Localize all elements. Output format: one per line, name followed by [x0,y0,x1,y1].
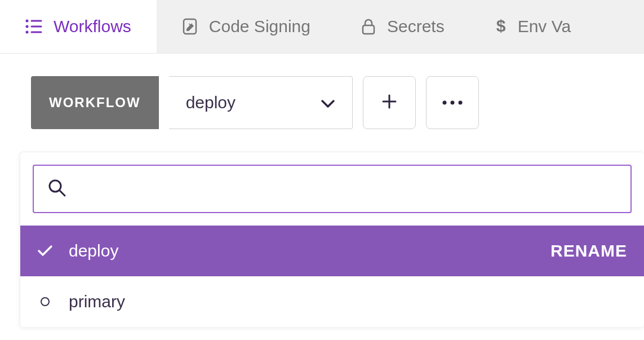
tab-code-signing[interactable]: Code Signing [157,0,336,53]
add-workflow-button[interactable] [363,76,416,129]
dollar-icon: $ [495,17,507,36]
svg-point-3 [26,20,28,21]
more-horizontal-icon [441,98,464,108]
workflow-toolbar: WORKFLOW deploy [0,54,644,140]
workflow-dropdown-panel: deploy RENAME primary [20,152,644,327]
tab-label: Env Va [518,17,571,36]
tab-label: Code Signing [209,17,310,36]
svg-rect-7 [363,25,374,34]
workflow-selected-value: deploy [186,93,236,112]
chevron-down-icon [321,93,335,112]
search-wrap [20,152,644,226]
svg-point-4 [26,26,28,27]
workflow-label: WORKFLOW [31,76,159,129]
tab-workflows[interactable]: Workflows [0,0,157,53]
search-icon [47,178,66,200]
rename-action[interactable]: RENAME [550,241,627,260]
document-icon [182,18,198,35]
tabs-bar: Workflows Code Signing Secrets $ Env Va [0,0,644,54]
more-actions-button[interactable] [426,76,479,129]
tab-label: Workflows [54,17,131,36]
svg-line-15 [60,191,65,196]
svg-point-11 [442,101,446,105]
unselected-marker [37,297,53,306]
workflow-option-primary[interactable]: primary [20,276,644,327]
search-box[interactable] [33,165,632,213]
tab-label: Secrets [387,17,445,36]
search-input[interactable] [75,180,617,198]
list-icon [25,19,42,34]
check-icon [37,245,53,257]
workflow-option-label: primary [69,292,627,311]
svg-point-13 [458,101,462,105]
plus-icon [381,93,398,112]
workflow-option-deploy[interactable]: deploy RENAME [20,226,644,276]
lock-icon [361,18,376,35]
svg-text:$: $ [496,17,505,35]
workflow-option-label: deploy [69,241,535,260]
tab-env-vars[interactable]: $ Env Va [470,0,597,53]
tab-secrets[interactable]: Secrets [336,0,470,53]
workflow-selector[interactable]: deploy [169,76,353,129]
svg-point-12 [450,101,454,105]
svg-point-5 [26,32,28,33]
